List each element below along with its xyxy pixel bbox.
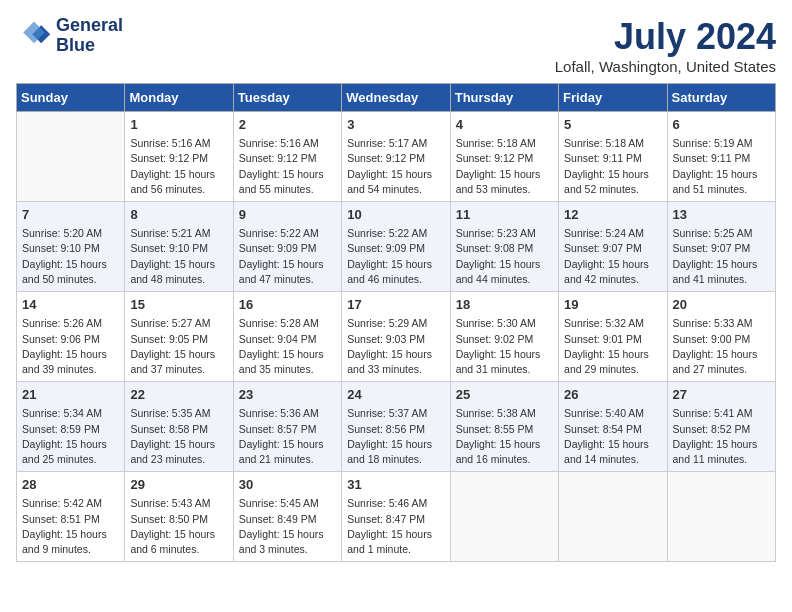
calendar-cell: 23Sunrise: 5:36 AMSunset: 8:57 PMDayligh… — [233, 382, 341, 472]
day-info: Sunrise: 5:17 AMSunset: 9:12 PMDaylight:… — [347, 136, 444, 197]
day-info: Sunrise: 5:42 AMSunset: 8:51 PMDaylight:… — [22, 496, 119, 557]
day-number: 5 — [564, 116, 661, 134]
day-info: Sunrise: 5:16 AMSunset: 9:12 PMDaylight:… — [239, 136, 336, 197]
day-number: 11 — [456, 206, 553, 224]
calendar-cell: 27Sunrise: 5:41 AMSunset: 8:52 PMDayligh… — [667, 382, 775, 472]
calendar-cell: 28Sunrise: 5:42 AMSunset: 8:51 PMDayligh… — [17, 472, 125, 562]
calendar-cell: 20Sunrise: 5:33 AMSunset: 9:00 PMDayligh… — [667, 292, 775, 382]
calendar-cell: 3Sunrise: 5:17 AMSunset: 9:12 PMDaylight… — [342, 112, 450, 202]
location: Lofall, Washington, United States — [555, 58, 776, 75]
calendar-cell: 15Sunrise: 5:27 AMSunset: 9:05 PMDayligh… — [125, 292, 233, 382]
calendar-cell: 14Sunrise: 5:26 AMSunset: 9:06 PMDayligh… — [17, 292, 125, 382]
day-info: Sunrise: 5:20 AMSunset: 9:10 PMDaylight:… — [22, 226, 119, 287]
day-info: Sunrise: 5:25 AMSunset: 9:07 PMDaylight:… — [673, 226, 770, 287]
calendar-cell — [559, 472, 667, 562]
weekday-header: Tuesday — [233, 84, 341, 112]
calendar-cell: 4Sunrise: 5:18 AMSunset: 9:12 PMDaylight… — [450, 112, 558, 202]
calendar-header-row: SundayMondayTuesdayWednesdayThursdayFrid… — [17, 84, 776, 112]
calendar-cell: 13Sunrise: 5:25 AMSunset: 9:07 PMDayligh… — [667, 202, 775, 292]
calendar-cell: 16Sunrise: 5:28 AMSunset: 9:04 PMDayligh… — [233, 292, 341, 382]
day-info: Sunrise: 5:30 AMSunset: 9:02 PMDaylight:… — [456, 316, 553, 377]
day-number: 12 — [564, 206, 661, 224]
day-info: Sunrise: 5:32 AMSunset: 9:01 PMDaylight:… — [564, 316, 661, 377]
day-info: Sunrise: 5:33 AMSunset: 9:00 PMDaylight:… — [673, 316, 770, 377]
day-number: 19 — [564, 296, 661, 314]
calendar-cell — [17, 112, 125, 202]
day-number: 20 — [673, 296, 770, 314]
day-info: Sunrise: 5:26 AMSunset: 9:06 PMDaylight:… — [22, 316, 119, 377]
day-info: Sunrise: 5:18 AMSunset: 9:11 PMDaylight:… — [564, 136, 661, 197]
day-info: Sunrise: 5:37 AMSunset: 8:56 PMDaylight:… — [347, 406, 444, 467]
calendar-cell: 11Sunrise: 5:23 AMSunset: 9:08 PMDayligh… — [450, 202, 558, 292]
weekday-header: Wednesday — [342, 84, 450, 112]
day-info: Sunrise: 5:45 AMSunset: 8:49 PMDaylight:… — [239, 496, 336, 557]
day-info: Sunrise: 5:40 AMSunset: 8:54 PMDaylight:… — [564, 406, 661, 467]
calendar-cell: 5Sunrise: 5:18 AMSunset: 9:11 PMDaylight… — [559, 112, 667, 202]
weekday-header: Sunday — [17, 84, 125, 112]
day-info: Sunrise: 5:24 AMSunset: 9:07 PMDaylight:… — [564, 226, 661, 287]
day-number: 18 — [456, 296, 553, 314]
calendar-cell: 10Sunrise: 5:22 AMSunset: 9:09 PMDayligh… — [342, 202, 450, 292]
day-number: 15 — [130, 296, 227, 314]
day-number: 26 — [564, 386, 661, 404]
page-header: General Blue July 2024 Lofall, Washingto… — [16, 16, 776, 75]
day-number: 23 — [239, 386, 336, 404]
calendar-cell: 12Sunrise: 5:24 AMSunset: 9:07 PMDayligh… — [559, 202, 667, 292]
day-info: Sunrise: 5:21 AMSunset: 9:10 PMDaylight:… — [130, 226, 227, 287]
day-info: Sunrise: 5:29 AMSunset: 9:03 PMDaylight:… — [347, 316, 444, 377]
day-info: Sunrise: 5:36 AMSunset: 8:57 PMDaylight:… — [239, 406, 336, 467]
weekday-header: Saturday — [667, 84, 775, 112]
day-info: Sunrise: 5:27 AMSunset: 9:05 PMDaylight:… — [130, 316, 227, 377]
day-info: Sunrise: 5:23 AMSunset: 9:08 PMDaylight:… — [456, 226, 553, 287]
day-info: Sunrise: 5:38 AMSunset: 8:55 PMDaylight:… — [456, 406, 553, 467]
weekday-header: Monday — [125, 84, 233, 112]
calendar-cell: 25Sunrise: 5:38 AMSunset: 8:55 PMDayligh… — [450, 382, 558, 472]
calendar-cell: 22Sunrise: 5:35 AMSunset: 8:58 PMDayligh… — [125, 382, 233, 472]
day-number: 14 — [22, 296, 119, 314]
weekday-header: Thursday — [450, 84, 558, 112]
calendar: SundayMondayTuesdayWednesdayThursdayFrid… — [16, 83, 776, 562]
logo-text: General Blue — [56, 16, 123, 56]
day-number: 3 — [347, 116, 444, 134]
logo-icon — [16, 18, 52, 54]
day-number: 27 — [673, 386, 770, 404]
day-info: Sunrise: 5:41 AMSunset: 8:52 PMDaylight:… — [673, 406, 770, 467]
day-info: Sunrise: 5:46 AMSunset: 8:47 PMDaylight:… — [347, 496, 444, 557]
calendar-cell: 18Sunrise: 5:30 AMSunset: 9:02 PMDayligh… — [450, 292, 558, 382]
calendar-week-row: 1Sunrise: 5:16 AMSunset: 9:12 PMDaylight… — [17, 112, 776, 202]
calendar-week-row: 14Sunrise: 5:26 AMSunset: 9:06 PMDayligh… — [17, 292, 776, 382]
calendar-cell: 2Sunrise: 5:16 AMSunset: 9:12 PMDaylight… — [233, 112, 341, 202]
day-info: Sunrise: 5:16 AMSunset: 9:12 PMDaylight:… — [130, 136, 227, 197]
title-area: July 2024 Lofall, Washington, United Sta… — [555, 16, 776, 75]
calendar-week-row: 28Sunrise: 5:42 AMSunset: 8:51 PMDayligh… — [17, 472, 776, 562]
day-number: 16 — [239, 296, 336, 314]
day-number: 22 — [130, 386, 227, 404]
day-number: 24 — [347, 386, 444, 404]
calendar-cell: 30Sunrise: 5:45 AMSunset: 8:49 PMDayligh… — [233, 472, 341, 562]
calendar-cell: 26Sunrise: 5:40 AMSunset: 8:54 PMDayligh… — [559, 382, 667, 472]
day-number: 31 — [347, 476, 444, 494]
day-info: Sunrise: 5:19 AMSunset: 9:11 PMDaylight:… — [673, 136, 770, 197]
day-info: Sunrise: 5:22 AMSunset: 9:09 PMDaylight:… — [239, 226, 336, 287]
day-info: Sunrise: 5:28 AMSunset: 9:04 PMDaylight:… — [239, 316, 336, 377]
day-number: 29 — [130, 476, 227, 494]
day-number: 1 — [130, 116, 227, 134]
calendar-cell: 8Sunrise: 5:21 AMSunset: 9:10 PMDaylight… — [125, 202, 233, 292]
day-number: 21 — [22, 386, 119, 404]
day-info: Sunrise: 5:35 AMSunset: 8:58 PMDaylight:… — [130, 406, 227, 467]
day-info: Sunrise: 5:18 AMSunset: 9:12 PMDaylight:… — [456, 136, 553, 197]
day-info: Sunrise: 5:43 AMSunset: 8:50 PMDaylight:… — [130, 496, 227, 557]
day-info: Sunrise: 5:22 AMSunset: 9:09 PMDaylight:… — [347, 226, 444, 287]
calendar-week-row: 7Sunrise: 5:20 AMSunset: 9:10 PMDaylight… — [17, 202, 776, 292]
day-number: 8 — [130, 206, 227, 224]
day-number: 28 — [22, 476, 119, 494]
month-title: July 2024 — [555, 16, 776, 58]
day-number: 30 — [239, 476, 336, 494]
calendar-cell: 1Sunrise: 5:16 AMSunset: 9:12 PMDaylight… — [125, 112, 233, 202]
calendar-cell: 29Sunrise: 5:43 AMSunset: 8:50 PMDayligh… — [125, 472, 233, 562]
calendar-cell: 19Sunrise: 5:32 AMSunset: 9:01 PMDayligh… — [559, 292, 667, 382]
logo: General Blue — [16, 16, 123, 56]
day-number: 7 — [22, 206, 119, 224]
day-number: 10 — [347, 206, 444, 224]
calendar-cell: 24Sunrise: 5:37 AMSunset: 8:56 PMDayligh… — [342, 382, 450, 472]
